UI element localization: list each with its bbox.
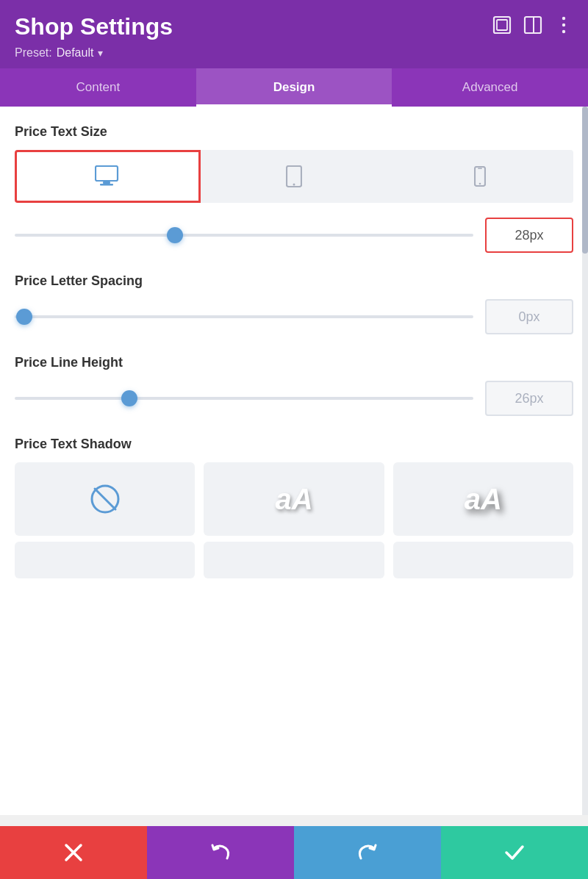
page-title: Shop Settings [15,13,173,40]
svg-line-16 [95,489,115,509]
preset-row[interactable]: Preset: Default ▾ [15,46,573,68]
preset-value: Default [57,46,94,60]
tab-content[interactable]: Content [0,68,196,107]
price-line-height-slider[interactable] [15,391,473,406]
price-letter-spacing-slider[interactable] [15,309,473,324]
scrollbar-thumb[interactable] [582,107,588,254]
frame-icon[interactable] [492,15,512,39]
cancel-button[interactable] [0,826,147,879]
shadow-opt-6[interactable] [393,542,573,578]
svg-rect-9 [100,184,113,186]
price-line-height-section: Price Line Height [15,355,573,416]
header: Shop Settings [0,0,588,68]
svg-point-11 [293,184,295,186]
chevron-down-icon: ▾ [98,47,103,59]
price-letter-spacing-section: Price Letter Spacing [15,273,573,334]
header-icons [492,15,573,39]
undo-button[interactable] [147,826,294,879]
svg-rect-14 [478,168,482,170]
price-line-height-slider-row [15,381,573,416]
tab-design[interactable]: Design [196,68,392,107]
device-selector [15,150,573,203]
price-text-shadow-section: Price Text Shadow aA aA [15,437,573,578]
svg-rect-8 [103,182,110,184]
svg-point-13 [479,183,481,185]
shadow-opt-5[interactable] [204,542,384,578]
tabs: Content Design Advanced [0,68,588,107]
price-line-height-input[interactable] [485,381,573,416]
shadow-heavy-text: aA [465,483,502,516]
price-letter-spacing-label: Price Letter Spacing [15,273,573,289]
svg-point-4 [562,16,565,19]
price-text-size-input[interactable] [485,218,573,253]
price-text-size-label: Price Text Size [15,124,573,140]
shadow-heavy-btn[interactable]: aA [393,462,573,536]
desktop-device-btn[interactable] [15,150,201,203]
tablet-device-btn[interactable] [201,150,387,203]
panel-icon[interactable] [523,15,542,39]
price-line-height-label: Price Line Height [15,355,573,370]
price-letter-spacing-input[interactable] [485,299,573,334]
svg-rect-7 [96,166,118,181]
shadow-options: aA aA [15,462,573,536]
price-letter-spacing-slider-row [15,299,573,334]
shadow-opt-4[interactable] [15,542,195,578]
shadow-none-btn[interactable] [15,462,195,536]
more-icon[interactable] [554,15,573,39]
header-top: Shop Settings [15,13,573,40]
shadow-options-row2 [15,542,573,578]
price-text-size-section: Price Text Size [15,124,573,253]
shadow-light-btn[interactable]: aA [204,462,384,536]
price-text-size-slider[interactable] [15,228,473,243]
price-text-size-slider-row [15,218,573,253]
tab-advanced[interactable]: Advanced [392,68,588,107]
price-text-shadow-label: Price Text Shadow [15,437,573,452]
svg-point-5 [562,23,565,26]
main-content: Price Text Size [0,107,588,815]
mobile-device-btn[interactable] [387,150,573,203]
save-button[interactable] [441,826,588,879]
bottom-bar [0,826,588,879]
shadow-light-text: aA [275,483,312,516]
preset-label: Preset: [15,46,52,60]
scrollbar[interactable] [582,107,588,815]
svg-point-6 [562,29,565,32]
redo-button[interactable] [294,826,441,879]
svg-rect-1 [497,20,507,30]
